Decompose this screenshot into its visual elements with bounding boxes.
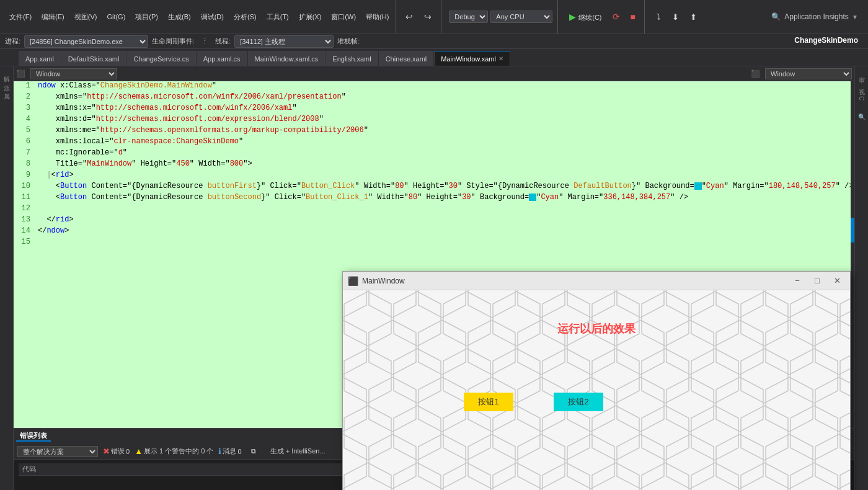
hex-background xyxy=(343,290,850,490)
platform-dropdown[interactable]: Any CPU xyxy=(490,11,552,23)
main-area: 解 源 属 ⬛ Window ⬛ Window 1 ndow x:Class="… xyxy=(0,66,868,490)
warning-icon: ▲ xyxy=(135,447,143,456)
code-line-12: 12 xyxy=(14,204,854,215)
menu-debug[interactable]: 调试(D) xyxy=(197,11,228,24)
tab-app-xaml[interactable]: App.xaml xyxy=(19,51,61,66)
restart-button[interactable]: ⟳ xyxy=(608,10,624,24)
step-out-button[interactable]: ⬆ xyxy=(686,11,701,24)
process-dropdown[interactable]: [24856] ChangeSkinDemo.exe xyxy=(24,35,148,48)
sidebar-solution-icon[interactable]: 解 xyxy=(1,69,12,74)
code-line-15: 15 xyxy=(14,238,854,249)
code-line-9: 9 |<rid> xyxy=(14,171,854,182)
message-badge[interactable]: ℹ 消息 0 xyxy=(218,447,241,456)
float-button2[interactable]: 按钮2 xyxy=(554,393,603,411)
close-button[interactable]: ✕ xyxy=(829,275,845,287)
info-icon: ℹ xyxy=(218,447,221,456)
menu-group: 文件(F) 编辑(E) 视图(V) Git(G) 项目(P) 生成(B) 调试(… xyxy=(2,0,396,33)
menu-expand[interactable]: 扩展(X) xyxy=(294,11,326,24)
code-line-6: 6 xmlns:local="clr-namespace:ChangeSkinD… xyxy=(14,137,854,148)
code-line-14: 14 </ndow> xyxy=(14,226,854,238)
process-label: 进程: xyxy=(5,37,20,46)
event-btn[interactable]: ⋮ xyxy=(198,37,211,46)
code-line-3: 3 xmlns:x="http://schemas.microsoft.com/… xyxy=(14,104,854,115)
redo-button[interactable]: ↪ xyxy=(420,10,436,24)
code-toolbar: ⬛ Window ⬛ Window xyxy=(14,66,854,81)
error-count: 0 xyxy=(126,448,130,455)
scope-right-dropdown[interactable]: Window xyxy=(765,68,852,79)
tab-chinese[interactable]: Chinese.xaml xyxy=(379,51,434,66)
filter-button[interactable]: ⧉ xyxy=(247,445,260,457)
step-into-button[interactable]: ⬇ xyxy=(668,11,683,24)
code-line-2: 2 xmlns="http://schemas.microsoft.com/wi… xyxy=(14,92,854,104)
warning-detail: 展示 1 个警告中的 0 个 xyxy=(144,447,213,456)
code-line-13: 13 </rid> xyxy=(14,215,854,226)
float-content: 运行以后的效果 按钮1 按钮2 xyxy=(343,290,850,490)
app-title: ChangeSkinDemo xyxy=(794,36,866,45)
magnify-icon[interactable]: 🔍 xyxy=(857,110,866,123)
tab-app-xaml-cs[interactable]: App.xaml.cs xyxy=(197,51,247,66)
sidebar-props-icon[interactable]: 属 xyxy=(1,86,12,91)
undo-button[interactable]: ↩ xyxy=(401,10,417,24)
error-icon: ✖ xyxy=(103,447,110,456)
menu-edit[interactable]: 编辑(E) xyxy=(37,11,69,24)
code-line-4: 4 xmlns:d="http://schemas.microsoft.com/… xyxy=(14,115,854,126)
right-panel-icon-3[interactable]: C xyxy=(857,94,866,103)
menu-project[interactable]: 项目(P) xyxy=(131,11,162,24)
float-run-label: 运行以后的效果 xyxy=(343,321,850,336)
error-list-tab-label[interactable]: 错误列表 xyxy=(16,431,51,442)
menu-file[interactable]: 文件(F) xyxy=(5,11,36,24)
debug-toolbar: 进程: [24856] ChangeSkinDemo.exe 生命周期事件: ⋮… xyxy=(0,34,868,49)
app-insights-label: Application Insights xyxy=(784,12,848,21)
right-panel-icon-1[interactable]: 审 xyxy=(856,69,867,74)
right-panel-icon-2[interactable]: 视 xyxy=(856,81,867,86)
menu-help[interactable]: 帮助(H) xyxy=(361,11,393,24)
main-toolbar: 文件(F) 编辑(E) 视图(V) Git(G) 项目(P) 生成(B) 调试(… xyxy=(0,0,868,34)
thread-dropdown[interactable]: [34112] 主线程 xyxy=(234,35,334,48)
menu-window[interactable]: 窗口(W) xyxy=(327,11,360,24)
menu-tools[interactable]: 工具(T) xyxy=(262,11,293,24)
tab-english[interactable]: English.xaml xyxy=(326,51,378,66)
tab-mainwindow-cs[interactable]: MainWindow.xaml.cs xyxy=(248,51,326,66)
warning-badge[interactable]: ▲ 展示 1 个警告中的 0 个 xyxy=(135,447,213,456)
error-label: 错误 xyxy=(111,447,125,456)
menu-build[interactable]: 生成(B) xyxy=(164,11,195,24)
tab-mainwindow-xaml[interactable]: MainWindow.xaml ✕ xyxy=(434,51,510,66)
code-line-5: 5 xmlns:me="http://schemas.openxmlformat… xyxy=(14,126,854,137)
code-line-7: 7 mc:Ignorable="d" xyxy=(14,148,854,159)
code-line-8: 8 Title="MainWindow" Height="450" Width=… xyxy=(14,159,854,171)
left-sidebar: 解 源 属 xyxy=(0,66,14,490)
right-panel: 审 视 C 🔍 xyxy=(854,66,868,490)
float-button1[interactable]: 按钮1 xyxy=(464,393,513,411)
error-badge[interactable]: ✖ 错误 0 xyxy=(103,447,130,456)
event-label: 生命周期事件: xyxy=(152,37,195,46)
line-label: 线程: xyxy=(215,37,231,46)
menu-analyze[interactable]: 分析(S) xyxy=(229,11,261,24)
tab-changeservice[interactable]: ChangeService.cs xyxy=(126,51,195,66)
maximize-button[interactable]: □ xyxy=(809,275,825,287)
svg-rect-4 xyxy=(343,290,850,490)
code-line-1: 1 ndow x:Class="ChangeSkinDemo.MainWindo… xyxy=(14,81,854,92)
config-dropdown[interactable]: Debug xyxy=(449,11,488,23)
float-titlebar: ⬛ MainWindow − □ ✕ xyxy=(343,272,850,290)
minimize-button[interactable]: − xyxy=(789,275,805,287)
scope-left-dropdown[interactable]: Window xyxy=(30,68,117,79)
stop-button[interactable]: ■ xyxy=(627,11,639,23)
editor-tabs: App.xaml DefaultSkin.xaml ChangeService.… xyxy=(0,49,868,66)
sidebar-git-icon[interactable]: 源 xyxy=(1,78,12,82)
menu-git[interactable]: Git(G) xyxy=(102,11,130,22)
code-line-10: 10 <Button Content="{DynamicResource but… xyxy=(14,182,854,193)
app-insights-btn[interactable]: 🔍 Application Insights ▼ xyxy=(771,12,866,21)
message-label: 消息 xyxy=(223,447,236,456)
code-line-11: 11 <Button Content="{DynamicResource but… xyxy=(14,193,854,204)
step-over-button[interactable]: ⤵ xyxy=(652,11,665,24)
stack-label: 堆栈帧: xyxy=(337,37,360,46)
menu-view[interactable]: 视图(V) xyxy=(70,11,102,24)
float-title-text: MainWindow xyxy=(362,277,786,285)
float-main-window: ⬛ MainWindow − □ ✕ xyxy=(342,271,851,490)
message-count: 0 xyxy=(237,448,241,455)
tab-defaultskin[interactable]: DefaultSkin.xaml xyxy=(61,51,126,66)
solution-filter[interactable]: 整个解决方案 xyxy=(17,446,98,457)
float-window-icon: ⬛ xyxy=(348,276,358,286)
tab-close-icon[interactable]: ✕ xyxy=(498,55,503,62)
continue-button[interactable]: ▶ 继续(C) xyxy=(565,11,605,24)
